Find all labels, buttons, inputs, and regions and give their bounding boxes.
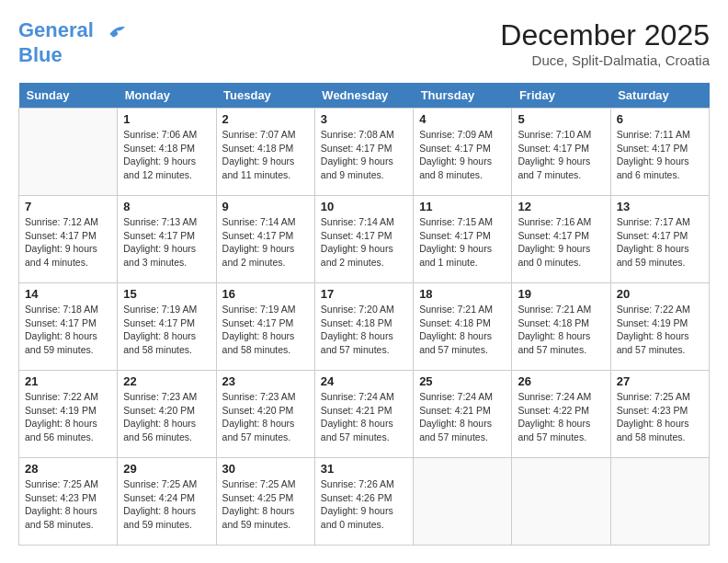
day-info: Sunrise: 7:25 AM Sunset: 4:25 PM Dayligh… xyxy=(222,477,309,532)
day-cell: 21Sunrise: 7:22 AM Sunset: 4:19 PM Dayli… xyxy=(19,371,118,458)
day-cell: 6Sunrise: 7:11 AM Sunset: 4:17 PM Daylig… xyxy=(610,109,709,196)
week-row-5: 28Sunrise: 7:25 AM Sunset: 4:23 PM Dayli… xyxy=(19,458,710,546)
day-number: 31 xyxy=(321,462,407,476)
week-row-2: 7Sunrise: 7:12 AM Sunset: 4:17 PM Daylig… xyxy=(19,196,710,283)
day-info: Sunrise: 7:20 AM Sunset: 4:18 PM Dayligh… xyxy=(321,303,407,357)
day-cell: 3Sunrise: 7:08 AM Sunset: 4:17 PM Daylig… xyxy=(314,109,413,196)
day-cell: 31Sunrise: 7:26 AM Sunset: 4:26 PM Dayli… xyxy=(314,458,413,546)
day-cell: 1Sunrise: 7:06 AM Sunset: 4:18 PM Daylig… xyxy=(118,109,216,196)
day-cell: 9Sunrise: 7:14 AM Sunset: 4:17 PM Daylig… xyxy=(216,196,314,283)
day-cell: 23Sunrise: 7:23 AM Sunset: 4:20 PM Dayli… xyxy=(216,371,314,458)
day-cell: 25Sunrise: 7:24 AM Sunset: 4:21 PM Dayli… xyxy=(414,371,512,458)
day-cell: 22Sunrise: 7:23 AM Sunset: 4:20 PM Dayli… xyxy=(118,371,216,458)
day-info: Sunrise: 7:21 AM Sunset: 4:18 PM Dayligh… xyxy=(518,303,604,357)
day-number: 9 xyxy=(222,200,309,213)
weekday-header-sunday: Sunday xyxy=(19,83,118,109)
day-number: 19 xyxy=(518,287,604,301)
day-cell: 10Sunrise: 7:14 AM Sunset: 4:17 PM Dayli… xyxy=(314,196,413,283)
weekday-header-thursday: Thursday xyxy=(414,83,512,109)
day-info: Sunrise: 7:22 AM Sunset: 4:19 PM Dayligh… xyxy=(25,390,111,444)
day-cell: 7Sunrise: 7:12 AM Sunset: 4:17 PM Daylig… xyxy=(19,196,118,283)
day-cell: 5Sunrise: 7:10 AM Sunset: 4:17 PM Daylig… xyxy=(512,109,610,196)
weekday-header-saturday: Saturday xyxy=(610,83,709,109)
calendar-table: SundayMondayTuesdayWednesdayThursdayFrid… xyxy=(18,83,710,546)
week-row-4: 21Sunrise: 7:22 AM Sunset: 4:19 PM Dayli… xyxy=(19,371,710,458)
title-block: December 2025 Duce, Split-Dalmatia, Croa… xyxy=(500,18,710,68)
day-cell xyxy=(19,109,118,196)
day-number: 10 xyxy=(321,200,407,213)
day-number: 3 xyxy=(321,112,407,126)
day-info: Sunrise: 7:16 AM Sunset: 4:17 PM Dayligh… xyxy=(518,215,604,270)
page-header: General Blue December 2025 Duce, Split-D… xyxy=(18,18,710,68)
day-number: 25 xyxy=(419,374,506,388)
day-number: 6 xyxy=(617,112,703,126)
day-number: 8 xyxy=(123,200,210,213)
day-number: 13 xyxy=(617,200,703,213)
logo-blue: Blue xyxy=(18,44,127,66)
day-info: Sunrise: 7:25 AM Sunset: 4:23 PM Dayligh… xyxy=(617,390,703,444)
weekday-header-monday: Monday xyxy=(118,83,216,109)
day-info: Sunrise: 7:07 AM Sunset: 4:18 PM Dayligh… xyxy=(222,128,309,182)
day-number: 22 xyxy=(123,374,210,388)
day-number: 27 xyxy=(617,374,703,388)
day-number: 5 xyxy=(518,112,604,126)
day-info: Sunrise: 7:19 AM Sunset: 4:17 PM Dayligh… xyxy=(123,303,210,357)
day-info: Sunrise: 7:14 AM Sunset: 4:17 PM Dayligh… xyxy=(321,215,407,270)
day-info: Sunrise: 7:19 AM Sunset: 4:17 PM Dayligh… xyxy=(222,303,309,357)
logo: General Blue xyxy=(18,18,127,66)
day-info: Sunrise: 7:14 AM Sunset: 4:17 PM Dayligh… xyxy=(222,215,309,270)
day-cell: 19Sunrise: 7:21 AM Sunset: 4:18 PM Dayli… xyxy=(512,283,610,371)
day-cell: 16Sunrise: 7:19 AM Sunset: 4:17 PM Dayli… xyxy=(216,283,314,371)
day-cell xyxy=(610,458,709,546)
weekday-header-wednesday: Wednesday xyxy=(314,83,413,109)
location: Duce, Split-Dalmatia, Croatia xyxy=(500,52,710,68)
day-info: Sunrise: 7:17 AM Sunset: 4:17 PM Dayligh… xyxy=(617,215,703,270)
day-number: 23 xyxy=(222,374,309,388)
day-number: 4 xyxy=(419,112,506,126)
day-number: 20 xyxy=(617,287,703,301)
day-cell: 14Sunrise: 7:18 AM Sunset: 4:17 PM Dayli… xyxy=(19,283,118,371)
day-info: Sunrise: 7:09 AM Sunset: 4:17 PM Dayligh… xyxy=(419,128,506,182)
day-number: 15 xyxy=(123,287,210,301)
day-cell xyxy=(512,458,610,546)
day-number: 30 xyxy=(222,462,309,476)
day-info: Sunrise: 7:08 AM Sunset: 4:17 PM Dayligh… xyxy=(321,128,407,182)
day-info: Sunrise: 7:13 AM Sunset: 4:17 PM Dayligh… xyxy=(123,215,210,270)
day-cell: 26Sunrise: 7:24 AM Sunset: 4:22 PM Dayli… xyxy=(512,371,610,458)
day-number: 1 xyxy=(123,112,210,126)
day-cell: 17Sunrise: 7:20 AM Sunset: 4:18 PM Dayli… xyxy=(314,283,413,371)
day-number: 21 xyxy=(25,374,111,388)
day-info: Sunrise: 7:10 AM Sunset: 4:17 PM Dayligh… xyxy=(518,128,604,182)
day-info: Sunrise: 7:06 AM Sunset: 4:18 PM Dayligh… xyxy=(123,128,210,182)
weekday-header-tuesday: Tuesday xyxy=(216,83,314,109)
day-cell: 27Sunrise: 7:25 AM Sunset: 4:23 PM Dayli… xyxy=(610,371,709,458)
day-cell: 12Sunrise: 7:16 AM Sunset: 4:17 PM Dayli… xyxy=(512,196,610,283)
day-cell: 28Sunrise: 7:25 AM Sunset: 4:23 PM Dayli… xyxy=(19,458,118,546)
week-row-3: 14Sunrise: 7:18 AM Sunset: 4:17 PM Dayli… xyxy=(19,283,710,371)
day-info: Sunrise: 7:25 AM Sunset: 4:23 PM Dayligh… xyxy=(25,477,111,532)
day-number: 26 xyxy=(518,374,604,388)
day-cell: 29Sunrise: 7:25 AM Sunset: 4:24 PM Dayli… xyxy=(118,458,216,546)
day-info: Sunrise: 7:21 AM Sunset: 4:18 PM Dayligh… xyxy=(419,303,506,357)
logo-text: General xyxy=(18,18,127,44)
day-number: 18 xyxy=(419,287,506,301)
day-number: 11 xyxy=(419,200,506,213)
day-info: Sunrise: 7:24 AM Sunset: 4:22 PM Dayligh… xyxy=(518,390,604,444)
calendar-body: 1Sunrise: 7:06 AM Sunset: 4:18 PM Daylig… xyxy=(19,109,710,546)
day-number: 14 xyxy=(25,287,111,301)
day-info: Sunrise: 7:23 AM Sunset: 4:20 PM Dayligh… xyxy=(123,390,210,444)
day-cell: 13Sunrise: 7:17 AM Sunset: 4:17 PM Dayli… xyxy=(610,196,709,283)
day-info: Sunrise: 7:24 AM Sunset: 4:21 PM Dayligh… xyxy=(321,390,407,444)
day-info: Sunrise: 7:22 AM Sunset: 4:19 PM Dayligh… xyxy=(617,303,703,357)
day-number: 24 xyxy=(321,374,407,388)
day-info: Sunrise: 7:25 AM Sunset: 4:24 PM Dayligh… xyxy=(123,477,210,532)
day-cell: 2Sunrise: 7:07 AM Sunset: 4:18 PM Daylig… xyxy=(216,109,314,196)
day-number: 17 xyxy=(321,287,407,301)
day-number: 7 xyxy=(25,200,111,213)
day-cell: 20Sunrise: 7:22 AM Sunset: 4:19 PM Dayli… xyxy=(610,283,709,371)
day-info: Sunrise: 7:24 AM Sunset: 4:21 PM Dayligh… xyxy=(419,390,506,444)
day-number: 29 xyxy=(123,462,210,476)
weekday-header-friday: Friday xyxy=(512,83,610,109)
day-number: 28 xyxy=(25,462,111,476)
day-cell: 18Sunrise: 7:21 AM Sunset: 4:18 PM Dayli… xyxy=(414,283,512,371)
